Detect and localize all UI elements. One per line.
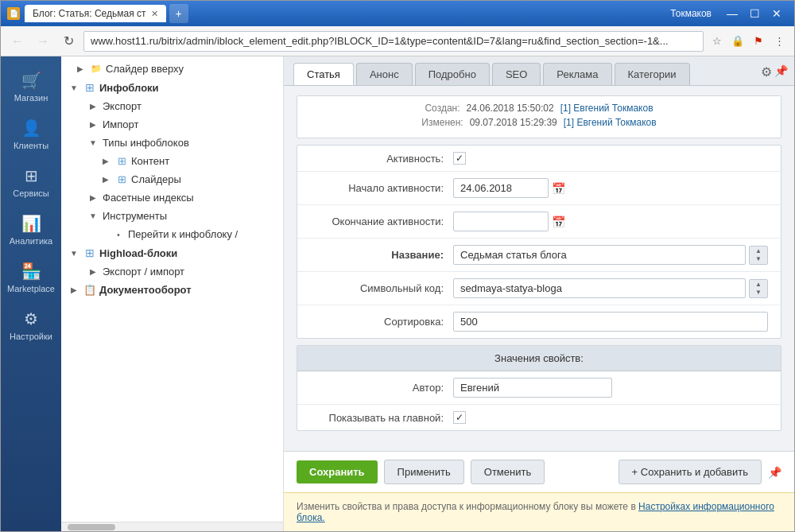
sidebar-item-clients[interactable]: 👤 Клиенты xyxy=(1,111,61,158)
calendar-start-icon[interactable]: 📅 xyxy=(552,182,565,195)
name-side-btn[interactable]: ▲ ▼ xyxy=(749,246,768,265)
tree-item-import[interactable]: ▶ Импорт xyxy=(61,115,283,134)
sidebar-label-services: Сервисы xyxy=(13,188,49,198)
close-btn[interactable]: ✕ xyxy=(766,6,788,21)
tree-grid-icon: ⊞ xyxy=(83,247,96,259)
save-add-button[interactable]: + Сохранить и добавить xyxy=(619,460,762,484)
tree-scrollbar-h[interactable] xyxy=(61,522,283,531)
tree-item-label: Экспорт xyxy=(103,100,142,112)
tree-item-highload[interactable]: ▼ ⊞ Highload-блоки xyxy=(61,243,283,262)
tab-pin-icon[interactable]: 📌 xyxy=(774,64,788,77)
meta-modified-label: Изменен: xyxy=(421,117,463,128)
meta-modified-user[interactable]: [1] Евгений Токмаков xyxy=(564,117,657,128)
minimize-btn[interactable]: — xyxy=(721,6,743,21)
tab-detailed[interactable]: Подробно xyxy=(415,63,490,85)
cancel-button[interactable]: Отменить xyxy=(471,460,545,484)
calendar-end-icon[interactable]: 📅 xyxy=(552,216,565,228)
tab-article[interactable]: Статья xyxy=(293,63,354,85)
tree-item-sliders[interactable]: ▶ ⊞ Слайдеры xyxy=(61,170,283,188)
tree-arrow-icon: ▶ xyxy=(74,64,87,73)
name-input[interactable] xyxy=(453,245,746,265)
tree-item-label: Типы инфоблоков xyxy=(103,137,189,149)
tree-item-export[interactable]: ▶ Экспорт xyxy=(61,97,283,115)
sidebar-item-analytics[interactable]: 📊 Аналитика xyxy=(1,206,61,254)
shield-icon[interactable]: ⚑ xyxy=(750,33,767,50)
tab-settings-icon[interactable]: ⚙ xyxy=(761,64,772,80)
control-date-start: 📅 xyxy=(453,178,768,198)
tree-item-slider-top[interactable]: ▶ 📁 Слайдер вверху xyxy=(61,60,283,78)
form-row-date-start: Начало активности: 📅 xyxy=(297,172,781,205)
sidebar-item-settings[interactable]: ⚙ Настройки xyxy=(1,301,61,349)
sort-input[interactable] xyxy=(453,312,768,332)
label-code: Символьный код: xyxy=(310,282,453,294)
sidebar-item-shop[interactable]: 🛒 Магазин xyxy=(1,63,61,111)
form-section-properties: Значения свойств: Автор: Показывать на г… xyxy=(297,345,781,431)
control-code: ▲ ▼ xyxy=(453,278,768,298)
tab-close-btn[interactable]: ✕ xyxy=(151,9,158,19)
tree-item-export-import[interactable]: ▶ Экспорт / импорт xyxy=(61,262,283,281)
save-button[interactable]: Сохранить xyxy=(297,460,378,483)
tree-item-label: Слайдеры xyxy=(131,173,181,185)
apply-button[interactable]: Применить xyxy=(384,460,464,484)
clients-icon: 👤 xyxy=(21,118,41,138)
form-row-date-end: Окончание активности: 📅 xyxy=(297,205,781,239)
form-content: Создан: 24.06.2018 15:50:02 [1] Евгений … xyxy=(284,86,794,451)
menu-icon[interactable]: ⋮ xyxy=(770,33,788,50)
bookmark-icon[interactable]: ☆ xyxy=(708,33,726,50)
pin-button[interactable]: 📌 xyxy=(768,466,781,479)
checkbox-active[interactable] xyxy=(453,152,466,165)
form-row-code: Символьный код: ▲ ▼ xyxy=(297,272,781,305)
browser-tab[interactable]: Блог: Статья: Седьмая ст ✕ xyxy=(25,5,166,22)
tree-item-content[interactable]: ▶ ⊞ Контент xyxy=(61,152,283,170)
label-sort: Сортировка: xyxy=(310,316,453,328)
sidebar-item-marketplace[interactable]: 🏪 Marketplace xyxy=(1,254,61,301)
author-input[interactable] xyxy=(453,378,612,398)
tree-item-iblock-types[interactable]: ▼ Типы инфоблоков xyxy=(61,134,283,152)
form-row-show-main: Показывать на главной: xyxy=(297,405,781,430)
checkbox-show-main[interactable] xyxy=(453,411,466,424)
tree-item-label: Экспорт / импорт xyxy=(103,266,184,278)
tab-anons[interactable]: Анонс xyxy=(356,63,413,85)
tree-item-label: Инфоблоки xyxy=(99,82,159,94)
sidebar-label-marketplace: Marketplace xyxy=(7,284,55,293)
tab-seo[interactable]: SEO xyxy=(492,63,541,85)
tree-arrow-icon: ▶ xyxy=(99,175,112,184)
form-row-sort: Сортировка: xyxy=(297,305,781,338)
tree-panel: ▶ 📁 Слайдер вверху ▼ ⊞ Инфоблоки ▶ Экспо… xyxy=(61,56,284,531)
form-row-author: Автор: xyxy=(297,371,781,405)
code-input[interactable] xyxy=(453,278,746,298)
back-btn[interactable]: ← xyxy=(7,31,28,52)
label-date-end: Окончание активности: xyxy=(310,216,453,227)
tree-arrow-icon: ▶ xyxy=(87,193,99,202)
meta-modified-value: 09.07.2018 15:29:39 xyxy=(470,117,557,128)
sidebar-item-services[interactable]: ⊞ Сервисы xyxy=(1,158,61,206)
code-side-btn[interactable]: ▲ ▼ xyxy=(749,279,768,298)
tree-item-facets[interactable]: ▶ Фасетные индексы xyxy=(61,188,283,207)
tree-grid-icon: ⊞ xyxy=(83,81,96,94)
maximize-btn[interactable]: ☐ xyxy=(743,6,766,21)
tab-ads[interactable]: Реклама xyxy=(543,63,611,85)
tree-arrow-icon: ▶ xyxy=(87,102,99,111)
services-icon: ⊞ xyxy=(25,166,38,185)
tree-grid-icon: ⊞ xyxy=(115,155,128,167)
tree-arrow-icon: ▶ xyxy=(99,157,112,165)
tree-arrow-icon: ▶ xyxy=(87,120,99,129)
tree-item-docflow[interactable]: ▶ 📋 Документооборот xyxy=(61,281,283,299)
forward-btn[interactable]: → xyxy=(33,31,53,52)
privacy-icon[interactable]: 🔒 xyxy=(729,33,747,50)
tree-arrow-icon: ▼ xyxy=(87,138,99,147)
tree-item-goto-iblock[interactable]: • Перейти к инфоблоку / xyxy=(61,225,283,243)
date-end-input[interactable] xyxy=(453,212,549,231)
label-active: Активность: xyxy=(310,153,453,165)
tree-arrow-icon: ▶ xyxy=(87,267,99,276)
browser-icon: 📄 xyxy=(7,7,20,20)
tree-item-infoblocks[interactable]: ▼ ⊞ Инфоблоки xyxy=(61,78,283,97)
tree-item-tools[interactable]: ▼ Инструменты xyxy=(61,207,283,225)
refresh-btn[interactable]: ↻ xyxy=(58,31,79,52)
new-tab-btn[interactable]: + xyxy=(169,4,188,23)
date-start-input[interactable] xyxy=(453,178,549,198)
url-input[interactable] xyxy=(83,31,704,52)
tab-categories[interactable]: Категории xyxy=(615,63,690,85)
meta-created-user[interactable]: [1] Евгений Токмаков xyxy=(560,103,653,114)
tree-item-label: Контент xyxy=(131,155,169,167)
